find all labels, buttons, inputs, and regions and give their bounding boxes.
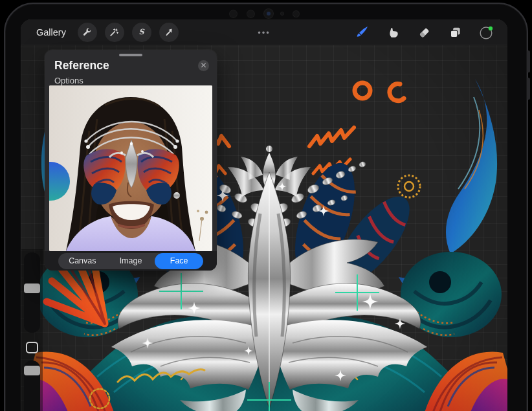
volume-up-button[interactable] — [527, 50, 530, 72]
tab-canvas[interactable]: Canvas — [58, 253, 107, 269]
top-toolbar: Gallery S ••• — [21, 19, 507, 45]
reference-panel: Reference Options ✕ — [45, 50, 217, 271]
gallery-button[interactable]: Gallery — [32, 25, 70, 40]
multitask-indicator[interactable]: ••• — [258, 19, 271, 45]
front-camera-array — [225, 8, 309, 19]
color-button[interactable] — [478, 24, 494, 41]
volume-down-button[interactable] — [527, 78, 530, 100]
camera-sensor-icon — [293, 10, 300, 17]
camera-sensor-icon — [247, 10, 255, 18]
layers-button[interactable] — [447, 24, 463, 41]
paint-tool-button[interactable] — [353, 24, 370, 41]
front-camera-icon — [263, 8, 274, 19]
left-sidebar — [21, 249, 43, 411]
erase-tool-button[interactable] — [416, 24, 432, 41]
wrench-icon — [82, 27, 93, 38]
tab-face[interactable]: Face — [155, 253, 203, 269]
color-ring-icon — [478, 23, 494, 41]
microphone-icon — [280, 12, 284, 16]
actions-button[interactable] — [78, 23, 97, 42]
brush-size-handle[interactable] — [24, 283, 40, 293]
smudge-tool-button[interactable] — [384, 24, 401, 41]
panel-title: Reference — [54, 59, 209, 72]
adjustments-button[interactable] — [105, 23, 124, 42]
selection-button[interactable]: S — [132, 23, 151, 42]
s-ribbon-icon: S — [136, 27, 147, 38]
ipad-device: Gallery S ••• — [4, 3, 528, 411]
layers-icon — [448, 25, 463, 40]
smudge-finger-icon — [386, 25, 401, 40]
procreate-screen: Gallery S ••• — [21, 19, 507, 411]
svg-text:S: S — [139, 27, 145, 36]
photo-background: Gallery S ••• — [0, 0, 532, 411]
reference-mode-tabs: CanvasImageFace — [58, 253, 203, 269]
face-camera-preview — [49, 85, 212, 251]
close-icon[interactable]: ✕ — [198, 60, 209, 71]
tab-image[interactable]: Image — [107, 253, 155, 269]
color-badge — [489, 27, 493, 30]
modify-button[interactable] — [26, 342, 38, 353]
brush-icon — [354, 25, 370, 40]
arrow-icon — [163, 27, 174, 38]
panel-drag-handle[interactable] — [119, 54, 142, 56]
reference-photo — [49, 85, 212, 251]
magic-wand-icon — [109, 27, 120, 38]
brush-opacity-handle[interactable] — [24, 366, 40, 375]
reference-mode-bar: CanvasImageFace — [45, 251, 217, 271]
eraser-icon — [417, 25, 432, 40]
camera-sensor-icon — [229, 10, 238, 18]
options-button[interactable]: Options — [54, 76, 209, 85]
transform-button[interactable] — [159, 23, 179, 42]
